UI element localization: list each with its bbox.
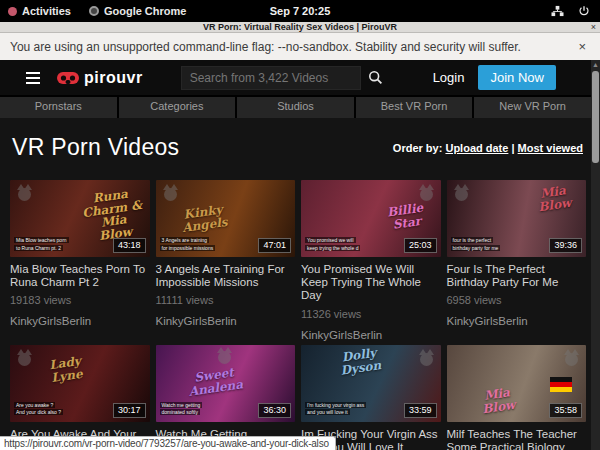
duration-badge: 39:36	[549, 238, 582, 253]
search-input[interactable]	[181, 66, 361, 90]
duration-badge: 35:58	[549, 403, 582, 418]
thumbnail-overlay-title: Kinky Angels	[172, 202, 235, 235]
clock[interactable]: Sep 7 20:25	[0, 5, 600, 17]
studio-watermark-icon	[455, 188, 468, 201]
brand-name: pirouvr	[84, 69, 143, 87]
thumbnail-caption: Are you awake ?And your dick also ?	[14, 402, 63, 417]
system-top-bar: Activities Google Chrome Sep 7 20:25	[0, 0, 600, 22]
video-studio-link[interactable]: KinkyGirlsBerlin	[156, 315, 296, 327]
order-link-upload-date[interactable]: Upload date	[445, 142, 508, 154]
power-icon[interactable]	[578, 5, 590, 17]
video-views: 6958 views	[447, 294, 587, 306]
video-title[interactable]: 3 Angels Are Training For Impossible Mis…	[156, 263, 296, 289]
thumbnail-overlay-title: Sweet Analena	[182, 364, 247, 398]
duration-badge: 47:01	[258, 238, 291, 253]
duration-badge: 30:17	[113, 403, 146, 418]
order-by-controls: Order by: Upload date | Most viewed	[393, 142, 583, 154]
tab-close-icon[interactable]: ×	[591, 22, 596, 32]
video-studio-link[interactable]: KinkyGirlsBerlin	[10, 315, 150, 327]
warning-close-icon[interactable]: ×	[578, 39, 590, 54]
order-link-most-viewed[interactable]: Most viewed	[518, 142, 583, 154]
scrollbar-up-arrow-icon[interactable]: ▲	[591, 60, 600, 70]
studio-watermark-icon	[420, 188, 433, 201]
video-thumbnail[interactable]: Runa Charm & Mia Blow Mia Blow teaches p…	[10, 180, 150, 257]
join-now-button[interactable]: Join Now	[478, 65, 555, 90]
video-title[interactable]: Mia Blow Teaches Porn To Runa Charm Pt 2	[10, 263, 150, 289]
studio-watermark-icon	[18, 353, 31, 366]
video-card[interactable]: Dolly Dyson I'm fucking your virgin assa…	[301, 345, 441, 450]
search-button[interactable]	[361, 66, 391, 90]
thumbnail-caption: You promised we willkeep trying the whol…	[305, 237, 360, 252]
network-icon[interactable]	[551, 5, 564, 17]
duration-badge: 25:03	[404, 238, 437, 253]
menu-icon[interactable]	[26, 69, 40, 87]
order-by-label: Order by:	[393, 142, 443, 154]
video-card[interactable]: Billie Star You promised we willkeep try…	[301, 180, 441, 341]
vr-headset-logo-icon	[56, 71, 80, 85]
thumbnail-caption: Mia Blow teaches pornto Runa Charm pt. 2	[14, 237, 69, 252]
studio-watermark-icon	[565, 353, 578, 366]
nav-item-best-vr-porn[interactable]: Best VR Porn	[356, 97, 473, 118]
video-views: 19183 views	[10, 294, 150, 306]
order-separator: |	[511, 142, 514, 154]
nav-item-studios[interactable]: Studios	[237, 97, 354, 118]
studio-watermark-icon	[164, 188, 177, 201]
thumbnail-overlay-title: Billie Star	[379, 201, 432, 233]
thumbnail-caption: 3 Angels are trainingfor impossible miss…	[160, 237, 216, 252]
warning-message: You are using an unsupported command-lin…	[10, 40, 521, 54]
video-thumbnail[interactable]: Billie Star You promised we willkeep try…	[301, 180, 441, 257]
video-card[interactable]: Lady Lyne Are you awake ?And your dick a…	[10, 345, 150, 450]
login-link[interactable]: Login	[433, 70, 465, 85]
browser-tab-bar: VR Porn: Virtual Reality Sex Videos | Pi…	[0, 22, 600, 33]
page-scrollbar[interactable]: ▲	[591, 60, 600, 450]
video-title[interactable]: You Promised We Will Keep Trying The Who…	[301, 263, 441, 303]
duration-badge: 43:18	[113, 238, 146, 253]
nav-item-categories[interactable]: Categories	[119, 97, 236, 118]
video-views: 11326 views	[301, 308, 441, 320]
page-heading-row: VR Porn Videos Order by: Upload date | M…	[0, 118, 591, 180]
video-card[interactable]: Mia Blow 35:58 Milf Teaches The Teacher …	[447, 345, 587, 450]
video-thumbnail[interactable]: Sweet Analena Watch me gettingdominated …	[156, 345, 296, 422]
nav-item-new-vr-porn[interactable]: New VR Porn	[474, 97, 591, 118]
studio-watermark-icon	[218, 351, 231, 364]
thumbnail-overlay-title: Dolly Dyson	[330, 345, 391, 378]
video-card[interactable]: Mia Blow four is the perfectbirthday par…	[447, 180, 587, 341]
nav-item-pornstars[interactable]: Pornstars	[0, 97, 117, 118]
thumbnail-caption: Watch me gettingdominated softly	[160, 402, 203, 417]
thumbnail-overlay-title: Runa Charm & Mia Blow	[78, 186, 146, 245]
thumbnail-overlay-title: Lady Lyne	[42, 354, 89, 385]
duration-badge: 33:59	[404, 403, 437, 418]
search-bar	[181, 66, 391, 90]
site-logo[interactable]: pirouvr	[56, 69, 143, 87]
video-title[interactable]: Milf Teaches The Teacher Some Practical …	[447, 428, 587, 450]
video-card[interactable]: Kinky Angels 3 Angels are trainingfor im…	[156, 180, 296, 341]
tab-title[interactable]: VR Porn: Virtual Reality Sex Videos | Pi…	[0, 22, 600, 33]
main-nav: Pornstars Categories Studios Best VR Por…	[0, 95, 591, 118]
video-thumbnail[interactable]: Dolly Dyson I'm fucking your virgin assa…	[301, 345, 441, 422]
video-card[interactable]: Sweet Analena Watch me gettingdominated …	[156, 345, 296, 450]
thumbnail-caption: four is the perfectbirthday party for me	[451, 237, 501, 252]
studio-watermark-icon	[420, 353, 433, 366]
studio-watermark-icon	[18, 188, 31, 201]
video-thumbnail[interactable]: Mia Blow four is the perfectbirthday par…	[447, 180, 587, 257]
video-thumbnail[interactable]: Kinky Angels 3 Angels are trainingfor im…	[156, 180, 296, 257]
duration-badge: 36:30	[258, 403, 291, 418]
video-thumbnail[interactable]: Mia Blow 35:58	[447, 345, 587, 422]
site-header: pirouvr Login Join Now	[0, 60, 600, 95]
thumbnail-overlay-title: Mia Blow	[527, 183, 582, 215]
video-thumbnail[interactable]: Lady Lyne Are you awake ?And your dick a…	[10, 345, 150, 422]
video-views: 11111 views	[156, 294, 296, 306]
german-flag-icon	[550, 377, 572, 392]
video-grid: Runa Charm & Mia Blow Mia Blow teaches p…	[10, 180, 586, 450]
status-url-bubble: https://pirouvr.com/vr-porn-video/779325…	[0, 436, 336, 450]
thumbnail-caption: I'm fucking your virgin assand you will …	[305, 402, 366, 417]
search-icon	[368, 70, 383, 85]
video-studio-link[interactable]: KinkyGirlsBerlin	[301, 329, 441, 341]
page-title: VR Porn Videos	[12, 134, 179, 161]
scrollbar-thumb[interactable]	[592, 71, 599, 163]
sandbox-warning-bar: You are using an unsupported command-lin…	[0, 33, 600, 60]
thumbnail-overlay-title: Mia Blow	[467, 385, 528, 418]
video-studio-link[interactable]: KinkyGirlsBerlin	[447, 315, 587, 327]
video-title[interactable]: Four Is The Perfect Birthday Party For M…	[447, 263, 587, 289]
video-card[interactable]: Runa Charm & Mia Blow Mia Blow teaches p…	[10, 180, 150, 341]
